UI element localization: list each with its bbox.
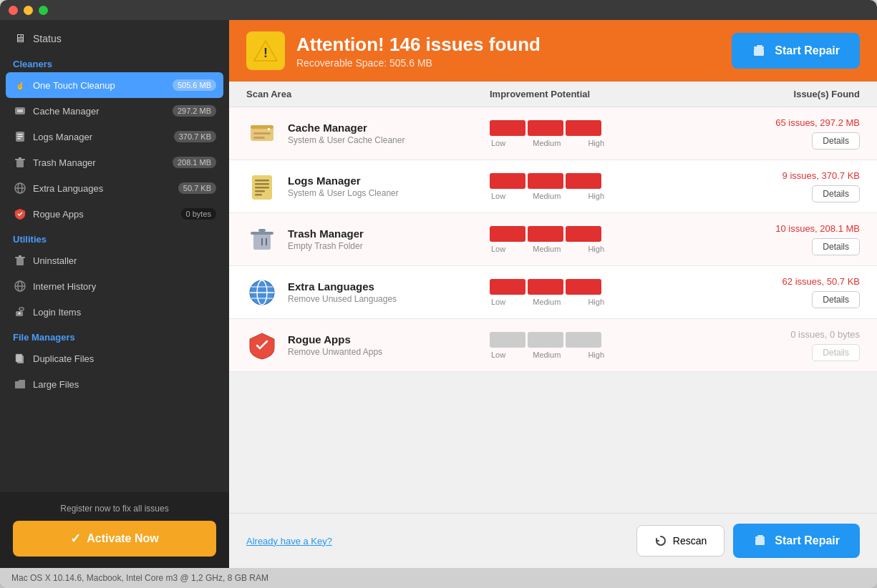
row-sub-rogue-apps: Remove Unwanted Apps [288,347,382,357]
maximize-button[interactable] [39,6,48,15]
already-have-key-link[interactable]: Already have a Key? [246,536,332,547]
row-info-logs-manager: Logs ManagerSystem & User Logs Cleaner [246,171,490,202]
repair-icon-top [752,43,767,59]
details-button-logs-manager[interactable]: Details [812,185,860,202]
progress-label-low-logs-manager: Low [491,192,505,200]
progress-segment-2-extra-languages [566,279,601,295]
progress-segment-2-cache-manager [566,120,601,136]
svg-rect-6 [17,136,23,137]
sidebar-label-uninstaller: Uninstaller [33,255,77,266]
sidebar-item-trash-manager[interactable]: Trash Manager208.1 MB [0,150,229,175]
rescan-label: Rescan [673,535,707,547]
sidebar-item-login-items[interactable]: Login Items [0,299,229,325]
row-title-logs-manager: Logs Manager [288,175,399,187]
progress-track-extra-languages [490,279,702,295]
minimize-button[interactable] [24,6,33,15]
sidebar-item-rogue-apps[interactable]: Rogue Apps0 bytes [0,201,229,227]
details-button-trash-manager[interactable]: Details [812,238,860,255]
cache-icon [13,104,27,118]
row-icon-extra-languages [246,277,278,308]
progress-label-low-cache-manager: Low [491,139,505,147]
row-text-extra-languages: Extra LanguagesRemove Unused Languages [288,280,397,304]
svg-rect-32 [253,132,271,134]
issue-cell-logs-manager: 9 issues, 370.7 KBDetails [702,170,860,202]
progress-segment-1-cache-manager [528,120,563,136]
issue-text-logs-manager: 9 issues, 370.7 KB [782,170,860,181]
progress-extra-languages: LowMediumHigh [490,279,702,306]
warning-icon: ! [246,31,285,70]
svg-text:!: ! [263,46,268,60]
issue-cell-rogue-apps: 0 issues, 0 bytesDetails [702,329,860,361]
section-label-cleaners: Cleaners [0,52,229,72]
sidebar-item-left-rogue-apps: Rogue Apps [13,207,84,221]
alert-subtitle: Recoverable Space: 505.6 MB [296,57,541,69]
progress-label-high-rogue-apps: High [588,351,604,359]
svg-rect-54 [757,535,763,536]
sidebar-item-left-internet-history: Internet History [13,279,96,293]
issue-text-cache-manager: 65 issues, 297.2 MB [775,117,860,128]
progress-segment-1-trash-manager [528,226,563,242]
sidebar-item-left-uninstaller: Uninstaller [13,253,77,268]
sidebar-item-large-files[interactable]: Large Files [0,371,229,397]
table-row-logs-manager: Logs ManagerSystem & User Logs CleanerLo… [229,160,877,213]
progress-cache-manager: LowMediumHigh [490,120,702,147]
details-button-extra-languages[interactable]: Details [812,291,860,308]
svg-rect-37 [255,183,269,185]
svg-rect-7 [17,138,21,139]
table-row-extra-languages: Extra LanguagesRemove Unused LanguagesLo… [229,266,877,319]
sidebar-label-login-items: Login Items [33,307,81,318]
activate-now-button[interactable]: ✓Activate Now [13,521,216,557]
table-row-cache-manager: Cache ManagerSystem & User Cache Cleaner… [229,107,877,160]
row-title-cache-manager: Cache Manager [288,122,404,134]
rescan-button[interactable]: Rescan [636,525,725,557]
issue-text-extra-languages: 62 issues, 50.7 KB [782,276,860,287]
shield-icon [13,207,27,221]
table-row-trash-manager: Trash ManagerEmpty Trash FolderLowMedium… [229,213,877,266]
svg-rect-36 [255,180,269,182]
svg-rect-43 [258,229,266,232]
details-button-cache-manager[interactable]: Details [812,132,860,150]
rescan-icon [654,534,667,547]
row-icon-logs-manager [246,171,278,202]
sidebar-item-one-touch[interactable]: ☝One Touch Cleanup505.6 MB [6,72,223,98]
uninstall-icon [13,253,27,268]
svg-rect-14 [16,258,24,265]
sidebar-item-extra-languages[interactable]: Extra Languages50.7 KB [0,175,229,201]
dup-icon [13,351,27,366]
progress-trash-manager: LowMediumHigh [490,226,702,253]
close-button[interactable] [9,6,18,15]
sidebar-item-duplicate-files[interactable]: Duplicate Files [0,346,229,371]
sidebar-label-duplicate-files: Duplicate Files [33,353,94,364]
svg-rect-24 [16,354,22,362]
sidebar-item-uninstaller[interactable]: Uninstaller [0,248,229,273]
sidebar-item-cache-manager[interactable]: Cache Manager297.2 MB [0,98,229,124]
sidebar-item-status[interactable]: 🖥Status [0,26,229,52]
sidebar-label-large-files: Large Files [33,379,79,390]
progress-labels-rogue-apps: LowMediumHigh [490,351,606,359]
row-icon-cache-manager [246,118,278,150]
start-repair-button-top[interactable]: Start Repair [732,33,860,69]
sidebar-label-logs-manager: Logs Manager [33,132,92,142]
globe-icon [13,181,27,195]
alert-text: Attention! 146 issues foundRecoverable S… [296,34,541,69]
sidebar-badge-cache-manager: 297.2 MB [173,105,216,117]
logs-icon [13,129,27,144]
sidebar-item-internet-history[interactable]: Internet History [0,273,229,299]
svg-rect-53 [755,536,765,539]
sidebar-item-left-cache-manager: Cache Manager [13,104,100,118]
progress-label-medium-logs-manager: Medium [533,192,561,200]
sidebar: 🖥StatusCleaners☝One Touch Cleanup505.6 M… [0,20,229,568]
progress-label-high-trash-manager: High [588,245,604,253]
status-label: Status [33,33,62,44]
progress-segment-0-trash-manager [490,226,525,242]
sidebar-item-left-duplicate-files: Duplicate Files [13,351,94,366]
trash-icon [13,155,27,170]
start-repair-button-bottom[interactable]: Start Repair [733,524,860,558]
issue-cell-trash-manager: 10 issues, 208.1 MBDetails [702,223,860,255]
svg-rect-27 [754,49,764,56]
progress-rogue-apps: LowMediumHigh [490,332,702,359]
register-text: Register now to fix all issues [13,504,216,514]
row-text-trash-manager: Trash ManagerEmpty Trash Folder [288,227,364,251]
sidebar-item-logs-manager[interactable]: Logs Manager370.7 KB [0,124,229,150]
svg-rect-42 [251,232,273,235]
